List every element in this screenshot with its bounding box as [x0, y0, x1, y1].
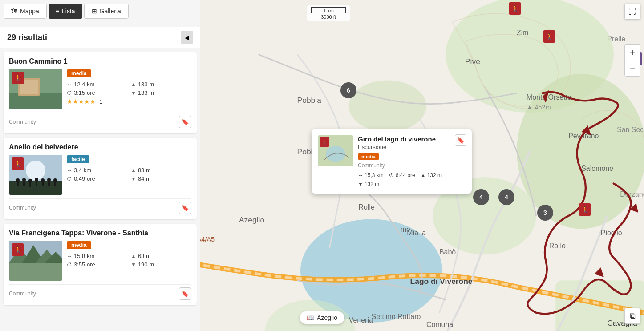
bookmark-icon: 🔖: [457, 137, 465, 144]
zoom-in-button[interactable]: +: [624, 44, 640, 61]
trail-elev-up-1: ▲ 133 m: [131, 81, 191, 88]
expand-icon: ⛶: [628, 7, 636, 16]
svg-text:Veneria: Veneria: [349, 316, 373, 324]
trail-card-body-3: 🚶 media ↔ 15,8 km ▲ 63 m: [9, 241, 191, 281]
trail-stats-3: ↔ 15,8 km ▲ 63 m ⏱ 3:55 ore: [67, 253, 191, 268]
difficulty-badge-2: facile: [67, 155, 89, 163]
difficulty-badge-3: media: [67, 241, 91, 249]
map-popup: 🚶 Giro del lago di viverone Escursione m…: [312, 129, 472, 194]
community-label-2: Community: [9, 205, 36, 211]
trail-elev-up-3: ▲ 63 m: [131, 253, 191, 259]
map-marker-walk-1[interactable]: 🚶: [509, 2, 521, 15]
popup-title: Giro del lago di viverone: [358, 135, 466, 143]
svg-text:Pobbia: Pobbia: [297, 96, 322, 105]
bookmark-button-3[interactable]: 🔖: [179, 287, 191, 300]
svg-point-67: [53, 178, 57, 182]
trail-footer-1: Community 🔖: [9, 113, 191, 128]
trail-stats-2: ↔ 3,4 km ▲ 83 m ⏱ 0:49 ore: [67, 167, 191, 182]
trail-info-1: media ↔ 12,4 km ▲ 133 m ⏱: [67, 69, 191, 109]
clock-icon-2: ⏱: [67, 176, 72, 182]
trail-distance-3: ↔ 15,8 km: [67, 253, 127, 259]
trail-info-3: media ↔ 15,8 km ▲ 63 m ⏱: [67, 241, 191, 281]
results-panel: 29 risultati ◀ Buon Cammino 1: [0, 0, 200, 331]
svg-rect-56: [17, 182, 19, 186]
galleria-button[interactable]: ⊞ Galleria: [84, 4, 129, 19]
clock-icon-1: ⏱: [67, 90, 72, 96]
trail-list[interactable]: Buon Cammino 1 🚶 media: [0, 48, 200, 326]
svg-text:Prelle: Prelle: [607, 35, 625, 43]
popup-bookmark-button[interactable]: 🔖: [455, 134, 466, 146]
layers-button[interactable]: ⧉: [624, 308, 640, 324]
svg-point-65: [47, 178, 51, 182]
expand-button[interactable]: ⛶: [624, 4, 640, 20]
cluster-3[interactable]: 3: [537, 205, 553, 221]
svg-rect-62: [36, 182, 37, 186]
trail-elev-down-3: ▼ 190 m: [131, 261, 191, 268]
arrow-down-icon: ▼: [358, 181, 363, 187]
svg-text:San Secondo: San Secondo: [617, 126, 644, 133]
map-marker-walk-3[interactable]: 🚶: [579, 203, 591, 216]
galleria-label: Galleria: [100, 8, 121, 15]
trail-title-1: Buon Cammino 1: [9, 57, 191, 65]
scale-ft: 3000 ft: [311, 14, 346, 20]
popup-community: Community: [358, 162, 466, 169]
svg-text:Salomone: Salomone: [581, 165, 613, 172]
popup-time: ⏱ 6:44 ore: [389, 172, 415, 178]
svg-rect-64: [42, 182, 44, 186]
chevron-left-icon: ◀: [185, 34, 189, 41]
bookmark-icon-3: 🔖: [182, 291, 189, 297]
popup-thumbnail: 🚶: [318, 135, 353, 166]
svg-text:Pioglio: Pioglio: [601, 229, 622, 237]
trail-card-2: Anello del belvedere: [4, 138, 197, 219]
svg-rect-49: [9, 93, 62, 109]
difficulty-badge-1: media: [67, 69, 91, 77]
cluster-6[interactable]: 6: [340, 82, 356, 98]
trail-elev-up-2: ▲ 83 m: [131, 167, 191, 174]
location-label: 📖 Azeglio: [300, 311, 344, 324]
map-marker-walk-2[interactable]: 🚶: [543, 30, 555, 43]
trail-footer-3: Community 🔖: [9, 284, 191, 300]
svg-point-5: [349, 80, 426, 132]
arrow-up-icon-2: ▲: [131, 167, 136, 174]
svg-text:Ro lo: Ro lo: [549, 242, 566, 250]
trail-stats-1: ↔ 12,4 km ▲ 133 m ⏱ 3:15 ore: [67, 81, 191, 96]
trail-walk-icon-2: 🚶: [12, 157, 24, 170]
cluster-4a[interactable]: 4: [473, 189, 489, 205]
svg-point-61: [35, 178, 38, 182]
zoom-out-button[interactable]: −: [624, 61, 640, 77]
cluster-4b[interactable]: 4: [498, 189, 514, 205]
svg-text:Babò: Babò: [439, 248, 456, 256]
scale-bar: 1 km 3000 ft: [307, 5, 350, 21]
trail-card-1: Buon Cammino 1 🚶 media: [4, 52, 197, 133]
bookmark-icon-2: 🔖: [182, 205, 189, 211]
svg-text:Pive: Pive: [465, 57, 480, 66]
svg-text:Azeglio: Azeglio: [239, 215, 264, 224]
galleria-icon: ⊞: [92, 8, 97, 15]
panel-header: 29 risultati ◀: [0, 27, 200, 48]
lista-button[interactable]: ≡ Lista: [49, 4, 82, 19]
svg-rect-70: [9, 263, 62, 281]
map-container[interactable]: Pobbia Pobbietta Azeglio Rolle me Babò L…: [0, 0, 644, 331]
arrow-both-icon-3: ↔: [67, 253, 72, 259]
trail-elev-down-1: ▼ 133 m: [131, 89, 191, 96]
trail-footer-2: Community 🔖: [9, 198, 191, 214]
popup-difficulty-badge: media: [358, 153, 379, 160]
svg-rect-66: [48, 182, 50, 186]
popup-distance: ↔ 15,3 km: [358, 172, 384, 178]
arrow-down-icon-1: ▼: [131, 90, 136, 96]
arrow-down-icon-3: ▼: [131, 262, 136, 268]
bookmark-icon-1: 🔖: [182, 119, 189, 125]
mappa-button[interactable]: 🗺 Mappa: [4, 4, 47, 19]
location-name: Azeglio: [317, 314, 337, 321]
panel-collapse-button[interactable]: ◀: [181, 31, 193, 44]
trail-time-1: ⏱ 3:15 ore: [67, 89, 127, 96]
trail-stars-1: ★★★★★ 1: [67, 98, 191, 105]
bookmark-button-1[interactable]: 🔖: [179, 116, 191, 128]
clock-icon-3: ⏱: [67, 262, 72, 268]
community-label-1: Community: [9, 119, 36, 125]
walk-icon-2: 🚶: [546, 33, 553, 40]
bookmark-button-2[interactable]: 🔖: [179, 202, 191, 214]
trail-thumb-1: 🚶: [9, 69, 62, 109]
walk-icon-3: 🚶: [581, 206, 589, 213]
trail-card-body-2: 🚶 facile ↔ 3,4 km ▲ 83 m: [9, 155, 191, 195]
